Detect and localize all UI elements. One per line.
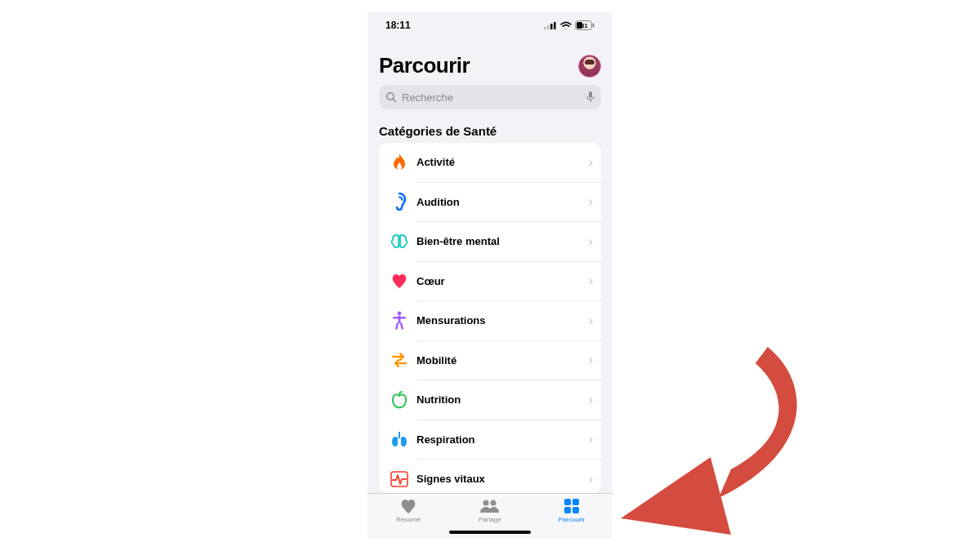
- chevron-right-icon: ›: [589, 234, 593, 249]
- svg-point-19: [483, 500, 489, 506]
- category-label: Respiration: [412, 433, 589, 446]
- body-icon: [387, 311, 412, 331]
- category-row[interactable]: Bien-être mental›: [379, 222, 601, 261]
- brain-icon: [387, 233, 412, 250]
- vitals-icon: [387, 471, 412, 487]
- search-container: [368, 85, 612, 118]
- svg-rect-16: [400, 322, 404, 330]
- category-row[interactable]: Signes vitaux›: [379, 460, 601, 493]
- category-label: Signes vitaux: [412, 473, 589, 485]
- chevron-right-icon: ›: [589, 313, 593, 328]
- section-title: Catégories de Santé: [368, 118, 612, 143]
- svg-text:31: 31: [581, 22, 587, 29]
- avatar[interactable]: [578, 55, 601, 78]
- chevron-right-icon: ›: [589, 155, 593, 170]
- categories-card: Activité›Audition›Bien-être mental›Cœur›…: [379, 143, 601, 493]
- tab-label: Résumé: [396, 516, 421, 523]
- chevron-right-icon: ›: [589, 432, 593, 447]
- svg-point-20: [491, 500, 497, 506]
- category-label: Cœur: [412, 275, 589, 287]
- phone-screen: 18:11 31 Parcourir: [368, 12, 612, 539]
- flame-icon: [387, 153, 412, 172]
- apple-icon: [387, 391, 412, 409]
- grid-tab-icon: [564, 497, 580, 515]
- tab-bar: Résumé Partage P: [368, 493, 612, 539]
- tab-sharing[interactable]: Partage: [457, 497, 523, 523]
- tab-browse[interactable]: Parcourir: [539, 497, 604, 523]
- category-row[interactable]: Cœur›: [379, 262, 601, 301]
- search-icon: [385, 91, 397, 103]
- svg-line-9: [393, 99, 395, 101]
- lungs-icon: [387, 431, 412, 447]
- svg-rect-21: [564, 499, 571, 505]
- category-label: Mensurations: [412, 314, 589, 327]
- arrows-icon: [387, 352, 412, 368]
- chevron-right-icon: ›: [589, 353, 593, 367]
- tab-label: Parcourir: [559, 516, 585, 523]
- battery-icon: 31: [575, 20, 595, 30]
- category-label: Nutrition: [412, 393, 589, 406]
- chevron-right-icon: ›: [589, 194, 593, 209]
- search-input[interactable]: [402, 91, 581, 104]
- svg-rect-3: [554, 22, 556, 29]
- category-row[interactable]: Activité›: [379, 143, 601, 182]
- category-row[interactable]: Mensurations›: [379, 301, 601, 340]
- svg-rect-23: [564, 507, 571, 513]
- wifi-icon: [560, 21, 572, 29]
- category-row[interactable]: Nutrition›: [379, 380, 601, 420]
- status-indicators: 31: [544, 20, 595, 30]
- page-title: Parcourir: [379, 53, 470, 78]
- svg-rect-15: [395, 322, 399, 330]
- svg-rect-1: [547, 25, 550, 29]
- header: Parcourir: [368, 38, 612, 85]
- heart-tab-icon: [399, 497, 417, 515]
- svg-rect-10: [589, 91, 592, 98]
- tab-summary[interactable]: Résumé: [376, 497, 441, 523]
- svg-rect-24: [572, 507, 579, 513]
- category-row[interactable]: Audition›: [379, 183, 601, 222]
- category-label: Mobilité: [412, 354, 589, 367]
- cellular-icon: [544, 21, 557, 29]
- category-label: Bien-être mental: [412, 235, 589, 247]
- categories-list: Activité›Audition›Bien-être mental›Cœur›…: [379, 143, 601, 493]
- chevron-right-icon: ›: [589, 472, 593, 487]
- category-row[interactable]: Respiration›: [379, 420, 601, 460]
- svg-rect-0: [544, 27, 546, 29]
- svg-rect-14: [393, 317, 406, 318]
- status-time: 18:11: [385, 20, 411, 31]
- svg-rect-5: [593, 24, 595, 28]
- annotation-arrow-icon: [604, 339, 833, 551]
- category-label: Activité: [412, 156, 589, 168]
- svg-rect-17: [399, 432, 400, 438]
- category-label: Audition: [412, 196, 589, 208]
- people-tab-icon: [479, 497, 501, 515]
- chevron-right-icon: ›: [589, 393, 593, 407]
- home-indicator[interactable]: [449, 531, 531, 534]
- category-row[interactable]: Mobilité›: [379, 341, 601, 380]
- chevron-right-icon: ›: [589, 273, 593, 288]
- mic-icon[interactable]: [586, 91, 595, 103]
- status-bar: 18:11 31: [368, 12, 612, 38]
- tab-label: Partage: [479, 516, 501, 523]
- ear-icon: [387, 192, 412, 211]
- svg-rect-2: [550, 24, 553, 29]
- search-field[interactable]: [379, 85, 601, 109]
- svg-point-12: [398, 311, 402, 315]
- svg-rect-22: [572, 499, 579, 505]
- heart-icon: [387, 273, 412, 289]
